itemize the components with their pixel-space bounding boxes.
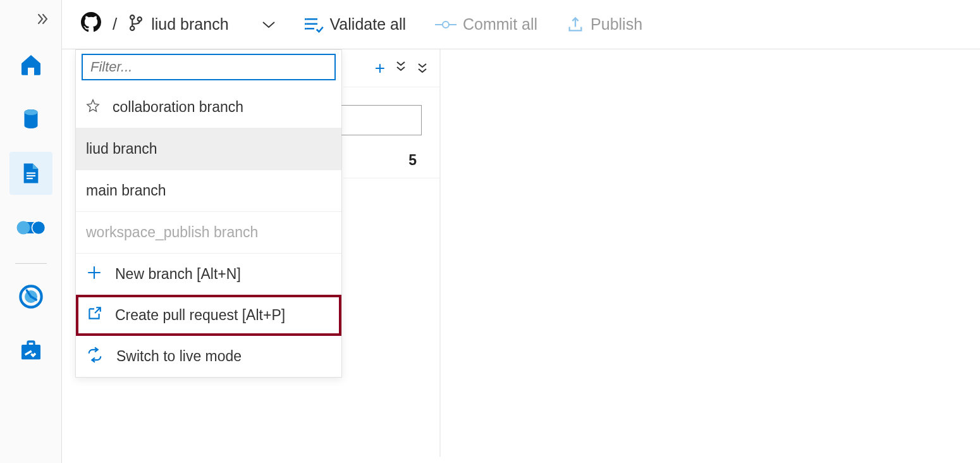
nav-home[interactable] <box>9 43 52 86</box>
branch-filter-input[interactable] <box>82 54 336 80</box>
svg-point-13 <box>138 17 142 21</box>
nav-integrate[interactable] <box>9 206 52 249</box>
resource-count: 5 <box>341 152 439 178</box>
expand-nav-icon[interactable] <box>35 11 50 30</box>
swap-icon <box>86 346 104 367</box>
dropdown-item-collaboration[interactable]: collaboration branch <box>76 87 341 128</box>
chevron-down-icon <box>262 16 276 33</box>
validate-all-button[interactable]: Validate all <box>305 15 406 34</box>
star-icon <box>86 99 100 116</box>
validate-label: Validate all <box>330 15 406 34</box>
svg-point-16 <box>305 27 307 29</box>
branch-selector-label: liud branch <box>151 15 228 34</box>
plus-icon[interactable]: + <box>375 58 385 78</box>
action-label: Switch to live mode <box>116 348 242 365</box>
dropdown-item-workspace-publish[interactable]: workspace_publish branch <box>76 212 341 253</box>
publish-button[interactable]: Publish <box>567 15 642 34</box>
nav-data[interactable] <box>9 97 52 140</box>
svg-point-6 <box>32 221 45 235</box>
commit-label: Commit all <box>463 15 537 34</box>
svg-point-12 <box>130 26 134 30</box>
svg-rect-2 <box>26 175 35 176</box>
commit-all-button[interactable]: Commit all <box>435 15 537 34</box>
panel-divider[interactable] <box>439 49 441 457</box>
dropdown-item-label: liud branch <box>86 140 157 157</box>
svg-point-0 <box>24 109 37 115</box>
nav-divider <box>15 263 47 264</box>
left-nav <box>0 0 62 463</box>
new-branch-button[interactable]: New branch [Alt+N] <box>76 254 341 295</box>
collapse-all-icon[interactable] <box>415 60 428 77</box>
switch-live-mode-button[interactable]: Switch to live mode <box>76 336 341 377</box>
svg-rect-1 <box>26 173 35 174</box>
branch-dropdown: collaboration branch liud branch main br… <box>75 49 342 378</box>
search-input-partial[interactable] <box>341 105 422 135</box>
svg-point-11 <box>130 15 134 19</box>
action-label: Create pull request [Alt+P] <box>115 307 285 324</box>
branch-icon <box>128 15 144 35</box>
expand-all-icon[interactable] <box>394 60 407 77</box>
breadcrumb-separator: / <box>113 15 117 34</box>
dropdown-item-label: main branch <box>86 182 166 199</box>
resource-panel: + 5 <box>341 49 439 178</box>
dropdown-item-liud[interactable]: liud branch <box>76 128 341 170</box>
nav-manage[interactable] <box>9 330 52 373</box>
nav-develop[interactable] <box>9 152 52 195</box>
branch-selector[interactable]: liud branch <box>128 15 275 35</box>
publish-label: Publish <box>591 15 642 34</box>
svg-point-5 <box>16 221 30 235</box>
action-label: New branch [Alt+N] <box>115 266 241 283</box>
dropdown-item-label: workspace_publish branch <box>86 224 258 241</box>
plus-icon <box>86 264 102 285</box>
svg-point-14 <box>305 18 307 20</box>
top-toolbar: / liud branch Validate all Commit all Pu… <box>62 0 980 49</box>
github-icon[interactable] <box>81 12 101 37</box>
svg-point-17 <box>443 22 449 28</box>
dropdown-item-label: collaboration branch <box>113 99 243 116</box>
dropdown-item-main[interactable]: main branch <box>76 170 341 211</box>
nav-monitor[interactable] <box>9 275 52 318</box>
external-link-icon <box>86 306 102 326</box>
svg-point-15 <box>305 23 307 25</box>
svg-rect-3 <box>26 178 32 179</box>
create-pull-request-button[interactable]: Create pull request [Alt+P] <box>76 295 341 336</box>
